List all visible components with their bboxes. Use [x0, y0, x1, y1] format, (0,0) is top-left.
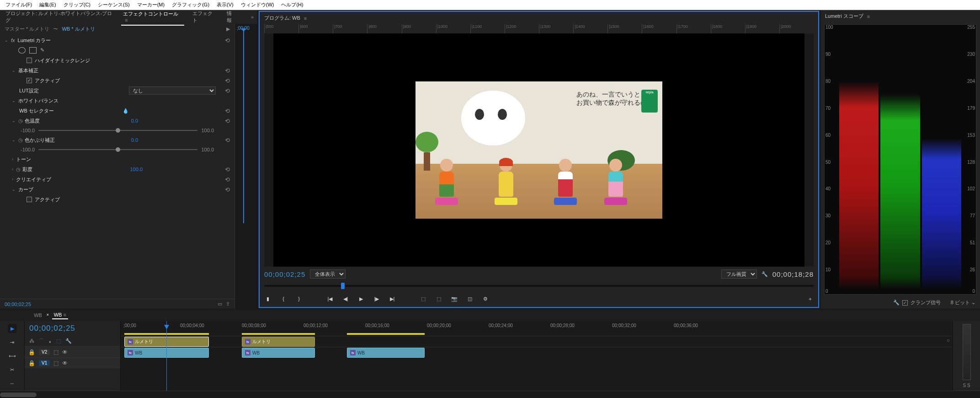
temperature-value[interactable]: 0.0: [131, 118, 138, 124]
step-back-icon[interactable]: ◀|: [341, 294, 350, 303]
effect-mini-timeline[interactable]: ;00;00: [234, 24, 257, 309]
program-timecode-left[interactable]: 00;00;02;25: [264, 270, 305, 278]
bit-depth-select[interactable]: 8 ビット ⌄: [951, 299, 975, 306]
reset-icon[interactable]: ⟲: [225, 77, 230, 84]
menu-marker[interactable]: マーカー(M): [133, 0, 169, 9]
close-icon[interactable]: ×: [47, 312, 49, 317]
hdr-checkbox[interactable]: [27, 58, 32, 63]
timeline-scrollbar[interactable]: [0, 391, 980, 398]
clip-wb-3[interactable]: fxWB: [347, 348, 425, 358]
breadcrumb-clip[interactable]: WB * ルメトリ: [62, 26, 95, 32]
panel-menu-icon[interactable]: ≡: [867, 14, 870, 19]
menu-window[interactable]: ウィンドウ(W): [237, 0, 278, 9]
program-scrubber[interactable]: [260, 281, 818, 290]
tab-effect-controls[interactable]: エフェクトコントロール ≡: [121, 9, 184, 26]
linked-selection-icon[interactable]: ⌒: [39, 338, 44, 344]
selection-tool-icon[interactable]: ▶: [8, 324, 17, 333]
marker-icon[interactable]: ▮: [263, 294, 272, 303]
track-target-v2[interactable]: V2: [39, 349, 50, 355]
stopwatch-icon[interactable]: ◷: [16, 167, 21, 172]
tab-info[interactable]: 情報: [225, 8, 238, 26]
lut-select[interactable]: なし: [129, 86, 216, 95]
play-icon[interactable]: ▶: [357, 294, 366, 303]
tint-value[interactable]: 0.0: [131, 137, 138, 143]
video-viewport[interactable]: あのね、一言でいうと、お買い物で森が守れるの。 nepia: [273, 33, 804, 267]
scroll-knob-icon[interactable]: ○: [947, 338, 950, 343]
sequence-tab-wb1[interactable]: WB: [32, 312, 44, 319]
disclosure-icon[interactable]: ⌄: [12, 187, 16, 192]
export-frame-icon[interactable]: 📷: [450, 294, 459, 303]
mark-out-icon[interactable]: }: [294, 294, 304, 303]
timeline-ruler[interactable]: ;00;00 00;00;04;00 00;00;08;00 00;00;12;…: [121, 321, 953, 336]
disclosure-icon[interactable]: ›: [12, 167, 13, 172]
stopwatch-icon[interactable]: ◷: [18, 118, 23, 124]
active-checkbox[interactable]: [27, 78, 32, 83]
extract-icon[interactable]: ⬚: [434, 294, 443, 303]
stopwatch-icon[interactable]: ◷: [18, 137, 23, 143]
disclosure-icon[interactable]: ›: [12, 177, 13, 182]
tab-effects[interactable]: エフェクト: [191, 8, 218, 26]
disclosure-icon[interactable]: ⌄: [12, 98, 16, 103]
lift-icon[interactable]: ⬚: [419, 294, 428, 303]
step-forward-icon[interactable]: |▶: [372, 294, 381, 303]
clip-lumetri-2[interactable]: fxルメトリ: [242, 337, 315, 347]
mini-playhead[interactable]: [243, 31, 244, 223]
snap-icon[interactable]: ⁂: [29, 338, 34, 344]
disclosure-icon[interactable]: ⌄: [5, 38, 8, 43]
settings-icon[interactable]: ⚙: [481, 294, 490, 303]
tint-slider[interactable]: -100.0100.0: [0, 145, 234, 154]
lock-icon[interactable]: 🔒: [28, 349, 35, 355]
sync-lock-icon[interactable]: ⬚: [53, 349, 59, 355]
track-select-tool-icon[interactable]: ⇥: [8, 338, 17, 347]
panel-menu-icon[interactable]: ≡: [304, 16, 307, 21]
reset-icon[interactable]: ⟲: [225, 176, 230, 183]
sync-lock-icon[interactable]: ⬚: [53, 360, 59, 366]
razor-tool-icon[interactable]: ✂: [8, 365, 17, 374]
timeline-playhead[interactable]: [166, 321, 167, 391]
reset-icon[interactable]: ⟲: [225, 108, 230, 114]
menu-help[interactable]: ヘルプ(H): [277, 0, 307, 9]
eye-icon[interactable]: 👁: [62, 360, 68, 366]
wrench-icon[interactable]: 🔧: [893, 300, 900, 306]
compare-icon[interactable]: ◫: [465, 294, 474, 303]
slip-tool-icon[interactable]: ↔: [8, 379, 17, 388]
reset-icon[interactable]: ⟲: [225, 137, 230, 144]
go-to-out-icon[interactable]: ▶|: [388, 294, 397, 303]
quality-select[interactable]: フル画質: [721, 269, 757, 279]
timeline-tracks[interactable]: ;00;00 00;00;04;00 00;00;08;00 00;00;12;…: [121, 321, 953, 391]
temperature-slider[interactable]: -100.0100.0: [0, 126, 234, 135]
chevron-right-icon[interactable]: »: [251, 14, 254, 20]
reset-icon[interactable]: ⟲: [225, 186, 230, 193]
disclosure-icon[interactable]: ›: [12, 157, 13, 161]
lock-icon[interactable]: 🔒: [28, 360, 35, 366]
track-v1[interactable]: fxWB fxWB fxWB: [121, 347, 953, 358]
go-to-in-icon[interactable]: |◀: [325, 294, 335, 303]
track-v2[interactable]: fxルメトリ fxルメトリ: [121, 336, 953, 347]
settings-icon[interactable]: 🔧: [65, 338, 72, 344]
clip-wb-2[interactable]: fxWB: [242, 348, 315, 358]
mark-in-icon[interactable]: {: [279, 294, 288, 303]
export-icon[interactable]: ⇪: [226, 301, 230, 307]
reset-icon[interactable]: ⟲: [225, 118, 230, 124]
mask-rect-icon[interactable]: [29, 47, 37, 54]
timeline-timecode[interactable]: 00;00;02;25: [25, 321, 120, 336]
track-target-v1[interactable]: V1: [39, 360, 50, 366]
eye-icon[interactable]: 👁: [62, 349, 68, 355]
reset-icon[interactable]: ⟲: [225, 166, 230, 173]
saturation-value[interactable]: 100.0: [130, 167, 143, 172]
disclosure-icon[interactable]: ⌄: [12, 138, 16, 142]
play-icon[interactable]: ▶: [226, 26, 230, 32]
toggle-icon[interactable]: ▭: [218, 301, 222, 307]
sequence-tab-wb2[interactable]: ×WB ≡: [52, 311, 68, 319]
wrench-icon[interactable]: 🔧: [762, 271, 768, 277]
insert-mode-icon[interactable]: ⬚: [56, 338, 61, 344]
ripple-tool-icon[interactable]: ⟷: [8, 351, 17, 360]
track-header-v1[interactable]: 🔒 V1 ⬚ 👁: [25, 357, 120, 368]
zoom-select[interactable]: 全体表示: [310, 269, 346, 279]
tab-project[interactable]: プロジェクト: ルメトリ-ホワイトバランス-ブログ: [4, 8, 115, 26]
reset-icon[interactable]: ⟲: [225, 87, 230, 94]
add-button-icon[interactable]: ＋: [805, 294, 815, 303]
clamp-checkbox[interactable]: [902, 300, 908, 306]
disclosure-icon[interactable]: ⌄: [12, 118, 16, 123]
mask-ellipse-icon[interactable]: [18, 47, 26, 54]
